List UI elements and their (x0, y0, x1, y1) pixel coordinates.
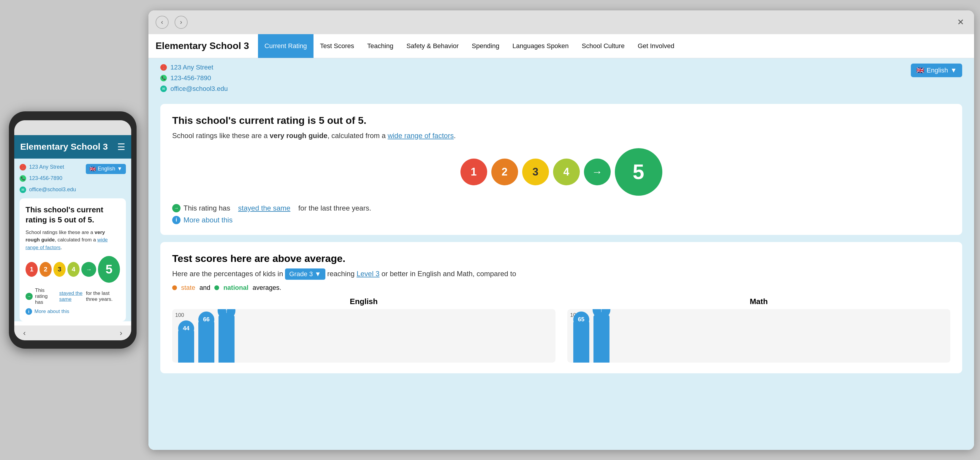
stayed-icon: → (25, 293, 33, 300)
rating-circle-4: 4 (67, 262, 80, 277)
sub-email-link[interactable]: office@school3.edu (170, 85, 228, 93)
language-select-button[interactable]: 🇬🇧 English ▼ (911, 64, 962, 77)
sub-address-row: 📍 123 Any Street (160, 64, 228, 71)
phone-contact-header: 📍 123 Any Street 📞 123-456-7890 ✉ office… (20, 164, 126, 196)
more-about-row[interactable]: i More about this (172, 216, 950, 224)
arrow-circle-phone: → (81, 262, 96, 277)
phone-header: Elementary School 3 ☰ (14, 135, 131, 159)
phone-language-button[interactable]: 🇬🇧 English ▼ (86, 164, 126, 174)
stayed-link[interactable]: stayed the same (238, 204, 290, 212)
phone-stayed-pre: This rating has (35, 288, 57, 305)
lang-label: English (927, 67, 948, 74)
english-bar-bubble-1: 44 (178, 320, 194, 336)
grade-label: Grade 3 (289, 270, 313, 278)
factors-link[interactable]: wide range of factors (388, 132, 454, 140)
phone-nav-prev[interactable]: ‹ (23, 328, 26, 337)
rating-circle-1: 1 (25, 262, 38, 277)
browser-mockup: ‹ › ✕ Elementary School 3 Current Rating… (148, 10, 974, 450)
phone-more-about-row[interactable]: i More about this (25, 308, 120, 315)
phone-phone-link[interactable]: 123-456-7890 (29, 175, 62, 181)
phone-email-row: ✉ office@school3.edu (20, 186, 76, 193)
level-link[interactable]: Level 3 (356, 270, 379, 278)
phone-desc-plain: School ratings like these are a (25, 229, 94, 235)
tab-current-rating[interactable]: Current Rating (258, 34, 313, 58)
sub-contact: 📍 123 Any Street 📞 123-456-7890 ✉ office… (160, 64, 228, 93)
tab-safety-behavior[interactable]: Safety & Behavior (400, 34, 465, 58)
sub-phone-row: 📞 123-456-7890 (160, 74, 228, 82)
desktop-rating-circles: 1 2 3 4 → 5 (172, 148, 950, 196)
phone-email-link[interactable]: office@school3.edu (29, 186, 76, 193)
english-chart-title: English (172, 297, 555, 306)
tab-languages-spoken[interactable]: Languages Spoken (506, 34, 575, 58)
site-nav: Elementary School 3 Current Rating Test … (148, 34, 974, 58)
desktop-circle-1: 1 (460, 159, 487, 185)
nav-tabs: Current Rating Test Scores Teaching Safe… (258, 34, 681, 58)
phone-address-link[interactable]: 123 Any Street (29, 164, 64, 170)
tab-spending[interactable]: Spending (465, 34, 506, 58)
hamburger-icon[interactable]: ☰ (117, 142, 125, 152)
sub-address-link[interactable]: 123 Any Street (170, 64, 213, 71)
phone-desc-mid: , calculated from a (55, 237, 97, 243)
phone-nav-next[interactable]: › (119, 328, 123, 337)
legend-row: state and national averages. (172, 284, 950, 291)
chevron-down-icon: ▼ (117, 166, 123, 172)
test-card-desc: Here are the percentages of kids in Grad… (172, 269, 950, 280)
english-y-max: 100 (175, 312, 184, 318)
english-bar-bubble-2: 66 (198, 312, 214, 328)
more-about-link[interactable]: More about this (183, 216, 232, 224)
averages-label: averages. (253, 284, 282, 291)
sub-phone-link[interactable]: 123-456-7890 (170, 74, 211, 82)
tab-teaching[interactable]: Teaching (361, 34, 400, 58)
phone-stayed-link[interactable]: stayed the same (59, 290, 83, 302)
english-bar-chart: 100 44 66 ↑ (172, 309, 555, 363)
main-content: This school's current rating is 5 out of… (148, 97, 974, 450)
phone-lang-label: English (98, 166, 115, 172)
national-label: national (223, 284, 248, 291)
national-dot (214, 285, 219, 290)
chevron-left-icon: ‹ (161, 18, 163, 26)
flag-icon: 🇬🇧 (89, 166, 96, 172)
test-desc-pre: Here are the percentages of kids in (172, 270, 285, 278)
desc-mid: , calculated from a (328, 132, 388, 140)
sub-header: 📍 123 Any Street 📞 123-456-7890 ✉ office… (148, 58, 974, 97)
phone-school-title: Elementary School 3 (20, 142, 108, 152)
browser-forward-button[interactable]: › (175, 16, 188, 29)
rating-card-desc: School ratings like these are a very rou… (172, 131, 950, 141)
stayed-pre: This rating has (183, 204, 230, 212)
desc-end: . (453, 132, 456, 140)
phone-stayed-row: → This rating has stayed the same for th… (25, 288, 120, 305)
and-label: and (199, 284, 210, 291)
lang-flag-icon: 🇬🇧 (916, 67, 924, 74)
phone-more-link[interactable]: More about this (35, 309, 69, 315)
state-dot (172, 285, 177, 290)
lang-chevron-icon: ▼ (950, 67, 957, 74)
phone-rating-desc: School ratings like these are a very rou… (25, 229, 120, 251)
rating-card-title: This school's current rating is 5 out of… (172, 115, 950, 126)
test-desc-mid: reaching (327, 270, 356, 278)
desktop-info-icon: i (172, 216, 180, 224)
rating-circle-2: 2 (40, 262, 52, 277)
stayed-same-row: → This rating has stayed the same for th… (172, 204, 950, 212)
desktop-circle-3: 3 (522, 159, 549, 185)
browser-close-button[interactable]: ✕ (954, 16, 967, 29)
tab-test-scores[interactable]: Test Scores (313, 34, 361, 58)
site-title: Elementary School 3 (156, 40, 249, 51)
english-chart: English 100 44 66 (172, 297, 555, 363)
phone-icon: 📞 (20, 175, 26, 182)
math-bar-bubble-1: 65 (573, 312, 589, 328)
desc-plain: School ratings like these are a (172, 132, 270, 140)
tab-school-culture[interactable]: School Culture (575, 34, 631, 58)
tab-get-involved[interactable]: Get Involved (631, 34, 681, 58)
phone-shell: Elementary School 3 ☰ 📍 123 Any Street 📞… (9, 111, 137, 349)
stayed-arrow-icon: → (172, 204, 180, 212)
browser-back-button[interactable]: ‹ (156, 16, 169, 29)
browser-chrome: ‹ › ✕ (148, 10, 974, 34)
stayed-post: for the last three years. (298, 204, 371, 212)
chevron-right-icon: › (180, 18, 182, 26)
phone-rating-circles: 1 2 3 4 → 5 (25, 256, 120, 283)
sub-email-icon: ✉ (160, 86, 167, 92)
rating-card: This school's current rating is 5 out of… (160, 104, 962, 235)
math-bar-2 (593, 315, 609, 363)
test-desc-post: or better in English and Math, compared … (382, 270, 516, 278)
grade-selector-button[interactable]: Grade 3 ▼ (285, 269, 325, 280)
